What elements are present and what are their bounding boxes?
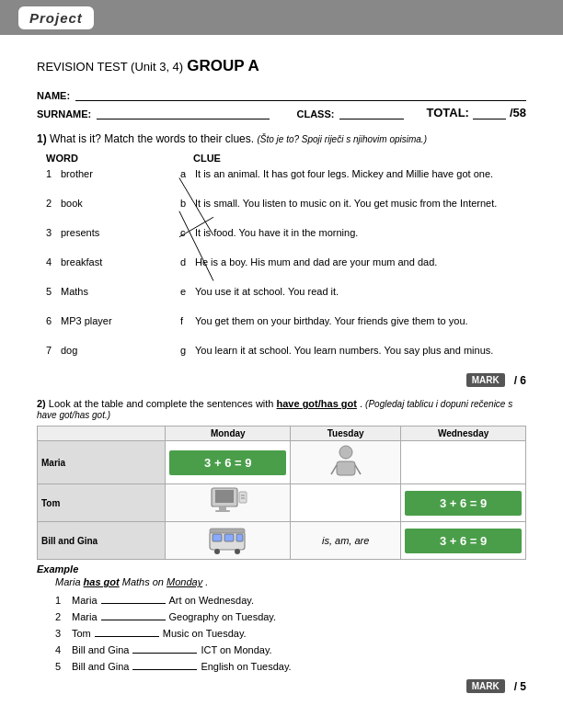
svg-rect-16	[224, 534, 234, 541]
class-input-line[interactable]	[339, 107, 404, 119]
word-clue-row-7: 7 dog g You learn it at school. You lear…	[37, 344, 526, 364]
tom-tuesday	[291, 484, 401, 522]
section2-have-got: have got/has got	[277, 398, 357, 409]
sent-text-1: Maria	[72, 595, 98, 606]
maria-wednesday	[401, 441, 526, 484]
section1-native: (Što je to? Spoji riječi s njihovim opis…	[257, 134, 427, 144]
row-label-tom: Tom	[38, 484, 166, 522]
clue-letter-d: d	[180, 256, 195, 267]
word-clue-row-6: 6 MP3 player f You get them on your birt…	[37, 314, 526, 335]
svg-line-6	[355, 465, 361, 474]
sent-rest-5: English on Tuesday.	[201, 661, 291, 672]
sent-text-3: Tom	[72, 628, 91, 639]
computer-icon	[208, 486, 248, 518]
clue-letter-b: b	[180, 197, 195, 209]
page-title: REVISION TEST (Unit 3, 4) GROUP A	[37, 57, 526, 75]
header-bar: Project	[0, 0, 563, 35]
sent-num-1: 1	[55, 595, 68, 606]
example-label: Example	[37, 563, 526, 574]
section2-title: 2) Look at the table and complete the se…	[37, 398, 526, 420]
fill-blank-5[interactable]	[132, 659, 197, 670]
svg-rect-20	[210, 529, 245, 533]
col-header-name	[38, 427, 166, 441]
total-input-line	[473, 107, 506, 119]
word-num-4: 4	[46, 256, 61, 267]
clue-text-d: He is a boy. His mum and dad are your mu…	[195, 256, 526, 269]
clue-letter-g: g	[180, 344, 195, 356]
clue-letter-f: f	[180, 314, 195, 326]
list-item-4: 4 Bill and Gina ICT on Monday.	[55, 643, 526, 655]
mark-value-1: / 6	[514, 374, 526, 387]
sent-text-4: Bill and Gina	[72, 644, 129, 655]
word-text-3: presents	[61, 226, 180, 238]
mark-row-1: MARK / 6	[37, 373, 526, 387]
fill-blank-4[interactable]	[132, 643, 197, 654]
fill-blank-1[interactable]	[101, 593, 166, 604]
list-item-1: 1 Maria Art on Wednesday.	[55, 593, 526, 606]
word-clue-row-4: 4 breakfast d He is a boy. His mum and d…	[37, 256, 526, 276]
clue-text-a: It is an animal. It has got four legs. M…	[195, 167, 526, 181]
total-label: TOTAL:	[426, 106, 468, 119]
maria-monday: 3 + 6 = 9	[166, 441, 291, 484]
sent-text-5: Bill and Gina	[72, 661, 129, 672]
tom-monday	[166, 484, 291, 522]
name-input-line[interactable]	[75, 88, 526, 101]
svg-rect-8	[215, 490, 234, 503]
word-text-6: MP3 player	[61, 314, 180, 326]
col-word-header: WORD	[46, 153, 193, 164]
surname-label: SURNAME:	[37, 108, 91, 119]
svg-rect-11	[239, 492, 247, 503]
svg-point-18	[214, 549, 220, 554]
mark-badge-1: MARK	[466, 373, 505, 387]
maria-tuesday	[291, 441, 401, 484]
bus-icon	[208, 524, 248, 555]
clue-text-c: It is food. You have it in the morning.	[195, 226, 526, 240]
word-clue-section: 1 brother a It is an animal. It has got …	[37, 167, 526, 364]
section2-instruction: Look at the table and complete the sente…	[49, 398, 274, 409]
col-header-tuesday: Tuesday	[291, 427, 401, 441]
sentences-list: 1 Maria Art on Wednesday. 2 Maria Geogra…	[37, 593, 526, 672]
table-row-billandgina: Bill and Gina is, am, are	[38, 522, 526, 560]
word-num-1: 1	[46, 167, 61, 179]
svg-rect-17	[236, 534, 243, 541]
svg-line-5	[331, 465, 337, 474]
tom-wednesday: 3 + 6 = 9	[401, 484, 526, 522]
svg-rect-4	[337, 461, 355, 475]
clue-text-g: You learn it at school. You learn number…	[195, 344, 526, 358]
col-header-monday: Monday	[166, 427, 291, 441]
list-item-2: 2 Maria Geography on Tuesday.	[55, 609, 526, 622]
col-clue-header: CLUE	[193, 153, 526, 164]
fill-blank-2[interactable]	[101, 609, 166, 620]
person-icon	[327, 443, 364, 480]
sent-num-4: 4	[55, 644, 68, 655]
clue-text-f: You get them on your birthday. Your frie…	[195, 314, 526, 328]
svg-point-3	[339, 446, 352, 459]
word-clue-row-1: 1 brother a It is an animal. It has got …	[37, 167, 526, 188]
clue-text-b: It is small. You listen to music on it. …	[195, 197, 526, 210]
is-am-are-text: is, am, are	[322, 535, 369, 546]
svg-point-19	[235, 549, 240, 554]
clue-letter-e: e	[180, 285, 195, 297]
math-eq-2: 3 + 6 = 9	[405, 491, 522, 516]
sent-num-3: 3	[55, 628, 68, 639]
clue-letter-a: a	[180, 167, 195, 179]
word-clue-row-5: 5 Maths e You use it at school. You read…	[37, 285, 526, 305]
sent-text-2: Maria	[72, 611, 98, 622]
billandgina-wednesday: 3 + 6 = 9	[401, 522, 526, 560]
row-label-maria: Maria	[38, 441, 166, 484]
sent-num-2: 2	[55, 611, 68, 622]
section1-title: 1) What is it? Match the words to their …	[37, 132, 526, 145]
class-label: CLASS:	[297, 108, 335, 119]
table-row-maria: Maria 3 + 6 = 9	[38, 441, 526, 484]
fill-blank-3[interactable]	[95, 626, 159, 637]
schedule-table: Monday Tuesday Wednesday Maria 3 + 6 = 9	[37, 426, 526, 560]
surname-row: SURNAME: CLASS: TOTAL: /58	[37, 106, 526, 119]
row-label-billandgina: Bill and Gina	[38, 522, 166, 560]
project-logo: Project	[18, 6, 94, 29]
word-text-1: brother	[61, 167, 180, 179]
mark-badge-2: MARK	[466, 679, 505, 693]
word-num-5: 5	[46, 285, 61, 297]
svg-rect-9	[219, 506, 226, 510]
word-clue-header: WORD CLUE	[37, 153, 526, 164]
surname-input-line[interactable]	[97, 107, 269, 119]
